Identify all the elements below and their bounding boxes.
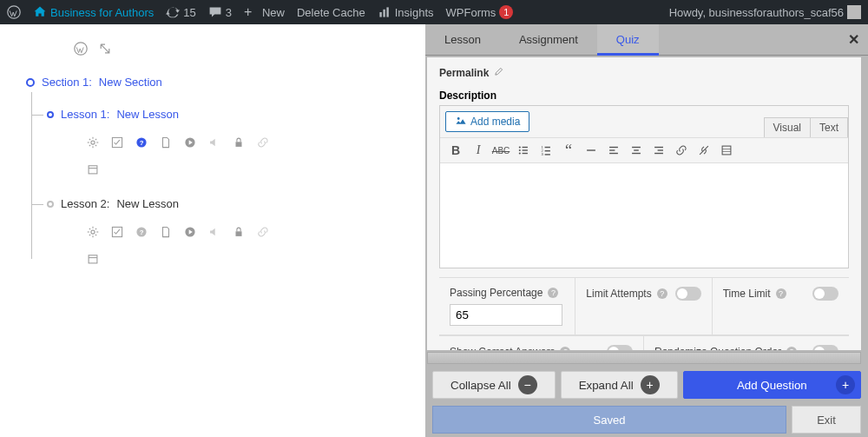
svg-rect-1 <box>379 12 381 17</box>
minus-icon: − <box>518 375 537 394</box>
section-row[interactable]: Section 1: New Section <box>26 76 399 89</box>
wpforms-link[interactable]: WPForms 1 <box>446 5 514 19</box>
tab-quiz[interactable]: Quiz <box>597 24 659 56</box>
horizontal-scrollbar[interactable] <box>427 352 861 364</box>
svg-text:?: ? <box>140 228 144 236</box>
text-tab[interactable]: Text <box>810 117 848 137</box>
link-icon[interactable] <box>674 143 688 157</box>
expand-all-button[interactable]: Expand All + <box>561 371 678 399</box>
quiz-panel: Lesson Assignment Quiz ✕ Permalink Descr… <box>425 24 868 437</box>
quote-icon[interactable]: “ <box>562 143 575 157</box>
align-center-icon[interactable] <box>629 143 643 157</box>
help-icon[interactable]: ? <box>135 136 148 151</box>
svg-rect-45 <box>722 146 731 155</box>
lesson-title: New Lesson <box>116 197 179 210</box>
help-icon[interactable]: ? <box>657 288 667 299</box>
link-icon[interactable] <box>257 136 269 151</box>
svg-rect-11 <box>89 166 97 174</box>
lesson-row[interactable]: Lesson 1: New Lesson <box>47 108 399 121</box>
lock-icon[interactable] <box>233 226 245 241</box>
checklist-icon[interactable] <box>111 226 123 241</box>
svg-rect-10 <box>236 142 242 147</box>
align-left-icon[interactable] <box>607 143 621 157</box>
limit-attempts-toggle[interactable] <box>675 287 701 301</box>
randomize-toggle[interactable] <box>812 345 838 350</box>
lesson-title: New Lesson <box>116 108 179 121</box>
randomize-cell: Randomize Question Order? <box>644 336 849 350</box>
strike-icon[interactable]: ABC <box>494 143 508 157</box>
play-icon[interactable] <box>184 226 196 241</box>
calendar-icon[interactable] <box>87 163 399 178</box>
gear-icon[interactable] <box>87 136 99 151</box>
calendar-icon[interactable] <box>87 253 399 268</box>
link-icon[interactable] <box>257 226 269 241</box>
wp-admin-bar: Business for Authors 15 3 + New Delete C… <box>0 0 868 24</box>
svg-rect-3 <box>386 7 388 17</box>
delete-cache-link[interactable]: Delete Cache <box>297 6 365 19</box>
editor-textarea[interactable] <box>440 163 848 268</box>
help-icon[interactable]: ? <box>786 347 797 350</box>
show-correct-toggle[interactable] <box>607 345 633 350</box>
svg-text:?: ? <box>140 139 144 147</box>
circle-icon <box>47 201 54 208</box>
external-icon[interactable] <box>98 42 112 58</box>
svg-point-0 <box>8 6 20 18</box>
wordpress-icon[interactable] <box>74 42 88 58</box>
passing-percentage-input[interactable] <box>450 304 562 326</box>
help-icon[interactable]: ? <box>548 288 558 298</box>
limit-attempts-label: Limit Attempts <box>586 288 651 300</box>
visual-tab[interactable]: Visual <box>764 117 811 137</box>
document-icon[interactable] <box>160 136 172 151</box>
exit-button[interactable]: Exit <box>792 406 861 434</box>
updates-link[interactable]: 15 <box>166 5 195 19</box>
add-media-button[interactable]: Add media <box>445 111 529 132</box>
lesson-label: Lesson 1: <box>61 108 109 121</box>
hr-icon[interactable] <box>584 143 598 157</box>
bold-icon[interactable]: B <box>449 143 463 157</box>
align-right-icon[interactable] <box>652 143 666 157</box>
svg-point-24 <box>519 152 521 154</box>
collapse-all-button[interactable]: Collapse All − <box>432 371 556 399</box>
tab-lesson[interactable]: Lesson <box>425 24 500 56</box>
circle-icon <box>26 78 35 87</box>
comments-link[interactable]: 3 <box>208 5 232 19</box>
lock-icon[interactable] <box>233 136 245 151</box>
passing-percentage-cell: Passing Percentage? <box>439 278 575 335</box>
bullet-list-icon[interactable] <box>516 143 530 157</box>
close-icon[interactable]: ✕ <box>848 31 859 48</box>
help-icon[interactable]: ? <box>776 288 786 299</box>
help-icon[interactable]: ? <box>560 347 570 350</box>
saved-status: Saved <box>432 406 786 434</box>
number-list-icon[interactable]: 123 <box>539 143 553 157</box>
italic-icon[interactable]: I <box>471 143 485 157</box>
play-icon[interactable] <box>184 136 196 151</box>
pencil-icon[interactable] <box>494 66 504 79</box>
randomize-label: Randomize Question Order <box>654 346 781 350</box>
insights-link[interactable]: Insights <box>378 5 434 19</box>
add-question-button[interactable]: Add Question + <box>683 371 861 399</box>
new-content-link[interactable]: + New <box>244 5 285 19</box>
wpforms-badge: 1 <box>499 5 513 19</box>
help-icon[interactable]: ? <box>135 226 148 241</box>
volume-icon[interactable] <box>208 136 220 151</box>
unlink-icon[interactable] <box>697 143 711 157</box>
site-name-link[interactable]: Business for Authors <box>33 5 154 19</box>
toolbar-toggle-icon[interactable] <box>720 143 733 157</box>
lesson-row[interactable]: Lesson 2: New Lesson <box>47 197 399 210</box>
section-label: Section 1: <box>42 76 92 89</box>
plus-icon: + <box>836 375 855 394</box>
volume-icon[interactable] <box>208 226 220 241</box>
svg-point-23 <box>519 149 521 151</box>
wp-logo-icon[interactable] <box>7 5 21 19</box>
tab-assignment[interactable]: Assignment <box>500 24 597 56</box>
comments-count: 3 <box>226 6 232 19</box>
account-link[interactable]: Howdy, businessforauthors_scaf56 <box>669 5 861 19</box>
time-limit-toggle[interactable] <box>812 287 838 301</box>
limit-attempts-cell: Limit Attempts? <box>575 278 712 335</box>
svg-rect-2 <box>383 10 385 17</box>
gear-icon[interactable] <box>87 226 99 241</box>
lesson-tools: ? <box>87 226 399 268</box>
document-icon[interactable] <box>160 226 172 241</box>
checklist-icon[interactable] <box>111 136 123 151</box>
lesson-label: Lesson 2: <box>61 197 109 210</box>
